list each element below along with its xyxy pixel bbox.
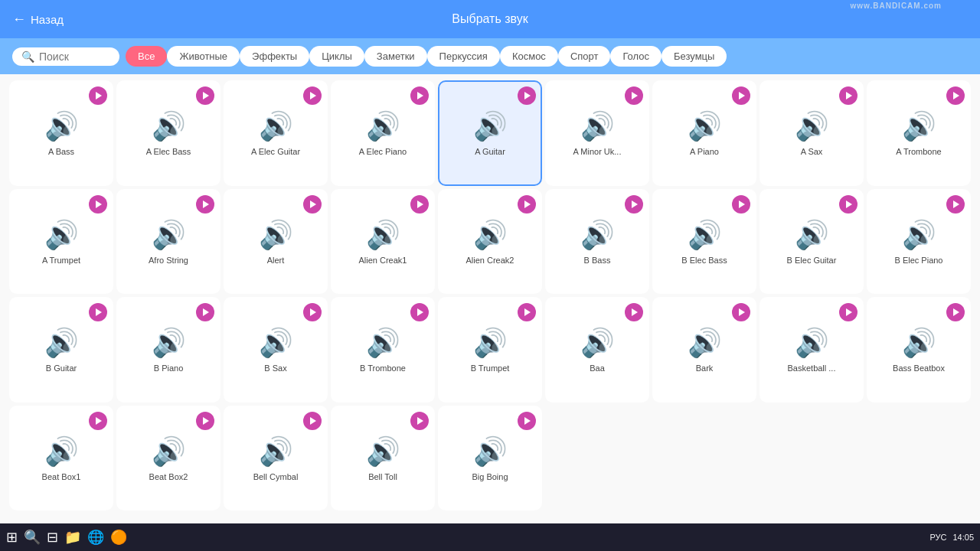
taskbar-browser[interactable]: 🌐 bbox=[87, 529, 104, 546]
play-button[interactable] bbox=[518, 303, 536, 321]
sound-card[interactable]: 🔊A Guitar bbox=[438, 80, 542, 186]
play-button[interactable] bbox=[625, 86, 643, 105]
sound-card[interactable]: 🔊A Elec Piano bbox=[331, 80, 435, 186]
sound-name: B Trombone bbox=[360, 364, 406, 373]
sound-card[interactable]: 🔊Bass Beatbox bbox=[867, 297, 971, 403]
play-button[interactable] bbox=[410, 195, 429, 214]
play-button[interactable] bbox=[196, 86, 214, 105]
filter-buttons: ВсеЖивотныеЭффектыЦиклыЗаметкиПеркуссияК… bbox=[126, 46, 727, 67]
sound-name: A Piano bbox=[690, 147, 719, 157]
sound-card[interactable]: 🔊Beat Box2 bbox=[116, 406, 220, 511]
play-button[interactable] bbox=[732, 195, 750, 214]
sound-card[interactable]: 🔊A Trombone bbox=[867, 80, 971, 186]
play-button[interactable] bbox=[89, 303, 107, 321]
play-button[interactable] bbox=[303, 303, 322, 321]
play-button[interactable] bbox=[946, 303, 965, 321]
back-button[interactable]: ← Назад bbox=[12, 11, 64, 28]
start-icon[interactable]: ⊞ bbox=[6, 529, 18, 546]
sound-name: B Elec Guitar bbox=[787, 256, 837, 266]
sound-name: A Sax bbox=[801, 147, 823, 157]
play-button[interactable] bbox=[410, 303, 429, 321]
search-taskbar-icon[interactable]: 🔍 bbox=[24, 529, 41, 546]
play-button[interactable] bbox=[196, 195, 214, 214]
play-button[interactable] bbox=[732, 303, 750, 321]
sound-card[interactable]: 🔊Bell Toll bbox=[331, 406, 435, 511]
sound-icon: 🔊 bbox=[902, 327, 936, 359]
sound-card[interactable]: 🔊A Trumpet bbox=[9, 189, 113, 295]
sound-card[interactable]: 🔊B Sax bbox=[224, 297, 328, 403]
back-arrow-icon: ← bbox=[12, 11, 26, 28]
sound-card[interactable]: 🔊B Elec Piano bbox=[867, 189, 971, 295]
search-input[interactable] bbox=[39, 51, 116, 63]
play-button[interactable] bbox=[839, 195, 858, 214]
sound-icon: 🔊 bbox=[580, 219, 615, 251]
taskbar-file[interactable]: 📁 bbox=[64, 529, 81, 546]
filter-btn-sport[interactable]: Спорт bbox=[558, 46, 611, 67]
filter-btn-effects[interactable]: Эффекты bbox=[240, 46, 309, 67]
sound-card[interactable]: 🔊B Elec Bass bbox=[652, 189, 756, 295]
sound-name: Alert bbox=[267, 256, 285, 266]
play-button[interactable] bbox=[839, 303, 858, 321]
play-button[interactable] bbox=[196, 412, 214, 430]
sound-card[interactable]: 🔊Alien Creak1 bbox=[331, 189, 435, 295]
filter-btn-crazy[interactable]: Безумцы bbox=[662, 46, 727, 67]
sound-card[interactable]: 🔊A Minor Uk... bbox=[545, 80, 649, 186]
sound-card[interactable]: 🔊A Piano bbox=[652, 80, 756, 186]
sound-card[interactable]: 🔊Basketball ... bbox=[760, 297, 864, 403]
play-button[interactable] bbox=[946, 86, 965, 105]
play-button[interactable] bbox=[946, 195, 965, 214]
sound-icon: 🔊 bbox=[688, 110, 722, 142]
play-button[interactable] bbox=[410, 412, 429, 430]
taskbar-apps[interactable]: ⊟ bbox=[47, 529, 58, 546]
play-button[interactable] bbox=[410, 86, 429, 105]
play-button[interactable] bbox=[839, 86, 858, 105]
filter-btn-voice[interactable]: Голос bbox=[610, 46, 662, 67]
play-button[interactable] bbox=[196, 303, 214, 321]
sound-card[interactable]: 🔊Beat Box1 bbox=[9, 406, 113, 511]
search-box: 🔍 bbox=[12, 47, 119, 66]
taskbar-right: РУС 14:05 bbox=[929, 533, 974, 542]
sound-card[interactable]: 🔊A Elec Guitar bbox=[224, 80, 328, 186]
sound-card[interactable]: 🔊Alert bbox=[224, 189, 328, 295]
sound-card[interactable]: 🔊A Elec Bass bbox=[116, 80, 220, 186]
play-button[interactable] bbox=[89, 86, 107, 105]
sound-card[interactable]: 🔊B Piano bbox=[116, 297, 220, 403]
play-button[interactable] bbox=[303, 412, 322, 430]
sound-card[interactable]: 🔊Bell Cymbal bbox=[224, 406, 328, 511]
taskbar-scratch[interactable]: 🟠 bbox=[110, 529, 127, 546]
play-button[interactable] bbox=[518, 86, 536, 105]
sound-card[interactable]: 🔊B Trombone bbox=[331, 297, 435, 403]
play-button[interactable] bbox=[303, 195, 322, 214]
sound-card[interactable]: 🔊Alien Creak2 bbox=[438, 189, 542, 295]
sound-card[interactable]: 🔊Bark bbox=[652, 297, 756, 403]
play-button[interactable] bbox=[732, 86, 750, 105]
play-button[interactable] bbox=[89, 412, 107, 430]
sound-card[interactable]: 🔊Big Boing bbox=[438, 406, 542, 511]
sound-icon: 🔊 bbox=[366, 219, 400, 251]
sound-card[interactable]: 🔊A Sax bbox=[760, 80, 864, 186]
sound-card[interactable]: 🔊A Bass bbox=[9, 80, 113, 186]
play-button[interactable] bbox=[518, 412, 536, 430]
play-button[interactable] bbox=[89, 195, 107, 214]
filter-btn-notes[interactable]: Заметки bbox=[364, 46, 427, 67]
filter-btn-space[interactable]: Космос bbox=[500, 46, 558, 67]
filter-btn-all[interactable]: Все bbox=[126, 46, 167, 67]
play-button[interactable] bbox=[625, 195, 643, 214]
sound-card[interactable]: 🔊B Guitar bbox=[9, 297, 113, 403]
sound-card[interactable]: 🔊Afro String bbox=[116, 189, 220, 295]
play-button[interactable] bbox=[303, 86, 322, 105]
play-button[interactable] bbox=[625, 303, 643, 321]
sound-icon: 🔊 bbox=[152, 327, 186, 359]
sound-name: A Guitar bbox=[475, 147, 505, 157]
filter-btn-percussion[interactable]: Перкуссия bbox=[427, 46, 500, 67]
sound-card[interactable]: 🔊Baa bbox=[545, 297, 649, 403]
sound-icon: 🔊 bbox=[44, 435, 79, 468]
sound-name: A Minor Uk... bbox=[573, 147, 622, 157]
sound-card[interactable]: 🔊B Trumpet bbox=[438, 297, 542, 403]
sound-card[interactable]: 🔊B Bass bbox=[545, 189, 649, 295]
taskbar-lang: РУС bbox=[929, 533, 946, 542]
sound-card[interactable]: 🔊B Elec Guitar bbox=[760, 189, 864, 295]
play-button[interactable] bbox=[518, 195, 536, 214]
filter-btn-loops[interactable]: Циклы bbox=[309, 46, 364, 67]
filter-btn-animals[interactable]: Животные bbox=[167, 46, 240, 67]
